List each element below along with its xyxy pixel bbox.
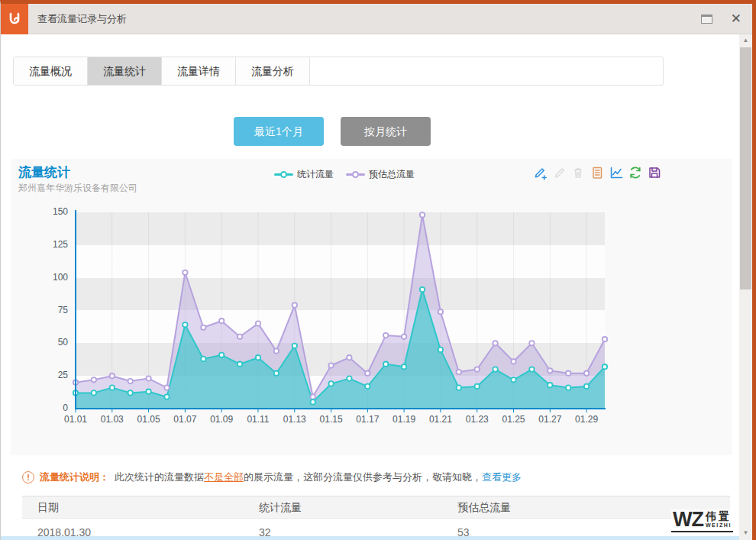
- traffic-table: 日期统计流量预估总流量 2018.01.303253: [22, 496, 730, 540]
- see-more-link[interactable]: 查看更多: [482, 471, 522, 483]
- x-axis-label: 01.07: [168, 414, 202, 425]
- table-header-row: 日期统计流量预估总流量: [22, 496, 730, 519]
- title-bar: 查看流量记录与分析 ✕: [1, 4, 752, 34]
- watermark-cn: 伟置: [706, 511, 732, 522]
- x-axis-label: 01.19: [387, 414, 421, 425]
- notice-highlight: 不是全部: [204, 471, 244, 483]
- y-axis-label: 75: [22, 305, 68, 315]
- y-axis-label: 100: [22, 272, 68, 283]
- watermark-big: WZ: [673, 509, 703, 530]
- x-axis-label: 01.01: [59, 414, 92, 425]
- x-axis-label: 01.05: [132, 414, 166, 425]
- tab-2[interactable]: 流量统计: [88, 57, 162, 85]
- x-axis-label: 01.25: [497, 414, 531, 425]
- x-axis-label: 01.17: [351, 414, 384, 425]
- y-axis-label: 50: [22, 337, 68, 348]
- tab-1[interactable]: 流量概况: [14, 57, 88, 85]
- chart-plot-area[interactable]: [11, 159, 732, 455]
- chart-card: 流量统计 郑州嘉年华游乐设备有限公司 统计流量预估总流量: [11, 159, 732, 455]
- x-axis-label: 01.13: [278, 414, 312, 425]
- notice-label: 流量统计说明：: [40, 470, 109, 484]
- window: 查看流量记录与分析 ✕ 流量概况流量统计流量详情流量分析 最近1个月按月统计 流…: [0, 0, 756, 540]
- table-header-cell: 日期: [22, 496, 244, 518]
- next-row-highlight-strip: [1, 536, 739, 540]
- x-axis-label: 01.15: [315, 414, 348, 425]
- y-axis-label: 25: [22, 370, 68, 380]
- watermark: WZ 伟置 WEIZHI: [671, 509, 733, 532]
- range-buttons: 最近1个月按月统计: [234, 117, 431, 146]
- app-logo-icon: [1, 4, 28, 34]
- scrollbar-thumb[interactable]: [740, 47, 751, 289]
- watermark-en: WEIZHI: [706, 522, 732, 529]
- tab-3[interactable]: 流量详情: [162, 57, 236, 85]
- y-axis-label: 150: [22, 206, 68, 217]
- x-axis-label: 01.29: [570, 414, 603, 425]
- x-axis-label: 01.09: [205, 414, 238, 425]
- x-axis-label: 01.27: [533, 414, 567, 425]
- x-axis-label: 01.11: [241, 414, 275, 425]
- x-axis-label: 01.03: [95, 414, 129, 425]
- notice-text: 此次统计的流量数据不是全部的展示流量，这部分流量仅供参考与分析，敬请知晓，查看更…: [115, 470, 522, 484]
- table-header-cell: 统计流量: [244, 496, 442, 518]
- tab-4[interactable]: 流量分析: [236, 57, 310, 85]
- window-title: 查看流量记录与分析: [37, 4, 127, 34]
- scrollbar-up-arrow-icon[interactable]: ▲: [739, 35, 752, 46]
- notice-bar: ! 流量统计说明： 此次统计的流量数据不是全部的展示流量，这部分流量仅供参考与分…: [22, 470, 522, 484]
- scrollbar-down-arrow-icon[interactable]: ▼: [739, 528, 752, 538]
- maximize-button[interactable]: [701, 15, 712, 24]
- vertical-scrollbar[interactable]: ▲ ▼: [739, 34, 752, 540]
- tab-bar: 流量概况流量统计流量详情流量分析: [13, 57, 664, 86]
- warning-icon: !: [22, 471, 34, 483]
- y-axis-label: 125: [22, 239, 68, 250]
- range-button-2[interactable]: 按月统计: [341, 117, 431, 146]
- window-content: 流量概况流量统计流量详情流量分析 最近1个月按月统计 流量统计 郑州嘉年华游乐设…: [1, 34, 739, 540]
- y-axis-label: 0: [22, 403, 68, 413]
- range-button-1[interactable]: 最近1个月: [234, 117, 324, 146]
- x-axis-label: 01.23: [460, 414, 494, 425]
- close-button[interactable]: ✕: [731, 10, 741, 28]
- x-axis-label: 01.21: [424, 414, 457, 425]
